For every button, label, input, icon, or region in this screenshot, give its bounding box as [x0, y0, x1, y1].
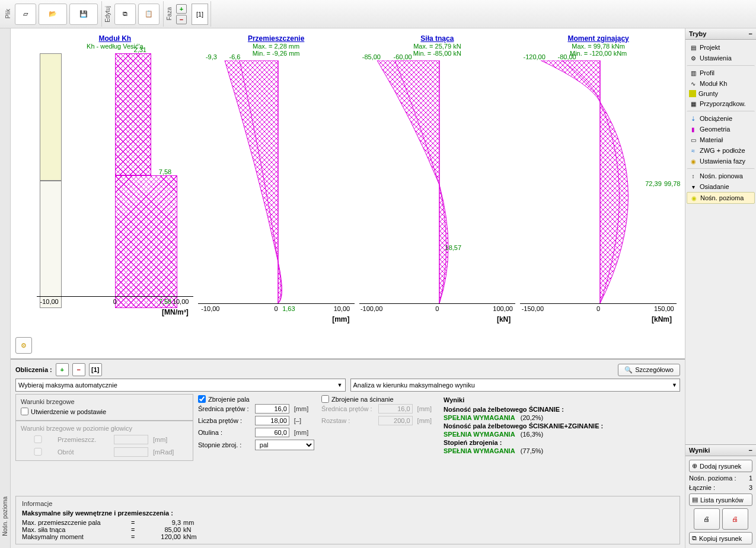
list-icon: ▤ — [692, 496, 698, 504]
file-group-label: Plik — [5, 9, 11, 18]
horizontal-capacity-icon: ◉ — [690, 194, 698, 202]
cover-input[interactable] — [255, 428, 289, 437]
settlement-icon: ▾ — [689, 182, 697, 191]
add-drawing-icon: ⊕ — [692, 462, 697, 470]
paste-button[interactable]: 📋 — [138, 4, 160, 25]
minimize-results-button[interactable]: − — [749, 447, 752, 454]
mode-nosn-pionowa[interactable]: ↕Nośn. pionowa — [687, 168, 755, 181]
minimize-modes-button[interactable]: − — [749, 30, 752, 37]
displacement-curve — [198, 60, 355, 315]
chevron-down-icon: ▼ — [337, 382, 343, 388]
water-icon: ≈ — [689, 146, 697, 155]
fix-base-checkbox[interactable] — [21, 408, 28, 415]
modulus-icon: ∿ — [689, 79, 697, 88]
printer-icon: 🖨 — [703, 515, 710, 523]
chevron-down-icon: ▼ — [672, 382, 677, 388]
settings-gear-button[interactable]: ⚙ — [15, 337, 32, 354]
new-file-button[interactable]: ▱ — [15, 4, 36, 25]
print-button[interactable]: 🖨 — [694, 508, 720, 530]
new-file-icon: ▱ — [23, 10, 28, 18]
pile-reinforcement-checkbox[interactable] — [198, 395, 206, 403]
mode-modul-kh[interactable]: ∿Moduł Kh — [687, 78, 755, 89]
chart-title: Moduł Kh — [37, 34, 193, 43]
soil-icon — [689, 90, 696, 97]
modes-tree: ▤Projekt ⚙Ustawienia ▥Profil ∿Moduł Kh G… — [685, 40, 756, 444]
chart-area: ⚙ Moduł Kh Kh - według Vesić'a 2,31 7,58… — [11, 28, 685, 358]
rotation-input — [114, 447, 148, 457]
phase-indicator[interactable]: [1] — [192, 4, 208, 25]
save-file-button[interactable]: 💾 — [69, 4, 98, 25]
displacement-checkbox — [21, 435, 55, 443]
mode-osiadanie[interactable]: ▾Osiadanie — [687, 181, 755, 192]
shear-diameter-input — [378, 404, 413, 414]
bar-diameter-input[interactable] — [255, 404, 289, 414]
paste-icon: 📋 — [145, 10, 153, 18]
shear-curve — [359, 60, 516, 315]
add-phase-button[interactable]: + — [176, 4, 187, 14]
bar-number-input[interactable] — [255, 416, 289, 425]
open-file-button[interactable]: 📂 — [39, 4, 67, 25]
copy-icon: ⧉ — [123, 10, 127, 18]
chart-subtitle: Kh - według Vesić'a — [37, 43, 193, 50]
mode-material[interactable]: ▭Materiał — [687, 134, 755, 145]
phase-settings-icon: ◉ — [689, 157, 697, 165]
material-icon: ▭ — [689, 136, 697, 144]
chart-displacement: Przemieszczenie Max. = 2,28 mm Min. = -9… — [198, 34, 355, 358]
results-panel-header: Wyniki − — [685, 445, 756, 456]
chart-moment: Moment zginający Max. = 99,78 kNm Min. =… — [520, 34, 677, 358]
load-icon: ⇣ — [689, 114, 697, 123]
edit-group-label: Edytuj — [104, 6, 111, 23]
assign-icon: ▦ — [689, 100, 697, 108]
mode-grunty[interactable]: Grunty — [687, 89, 755, 98]
mode-projekt[interactable]: ▤Projekt — [687, 42, 755, 53]
mode-profil[interactable]: ▥Profil — [687, 65, 755, 78]
axis-unit: [MN/m³] — [37, 308, 193, 316]
copy-drawing-button[interactable]: ⧉Kopiuj rysunek — [689, 532, 752, 544]
mode-geometria[interactable]: ▮Geometria — [687, 124, 755, 134]
calc-label: Obliczenia : — [15, 366, 52, 373]
mode-obciazenie[interactable]: ⇣Obciążenie — [687, 111, 755, 124]
save-disk-icon: 💾 — [79, 10, 88, 18]
maxima-dropdown[interactable]: Wybieraj maksyma automatycznie▼ — [15, 379, 346, 392]
details-icon: 🔍 — [624, 366, 633, 374]
open-folder-icon: 📂 — [49, 10, 57, 18]
details-button[interactable]: 🔍 Szczegółowo — [618, 364, 680, 376]
chart-modul-kh: Moduł Kh Kh - według Vesić'a 2,31 7,58 7… — [37, 34, 193, 358]
mode-ustawienia-fazy[interactable]: ◉Ustawienia fazy — [687, 156, 755, 166]
gear-icon: ⚙ — [21, 342, 27, 350]
calc-phase-button[interactable]: [1] — [89, 363, 102, 376]
rotation-checkbox — [21, 448, 55, 456]
shear-reinforcement-checkbox[interactable] — [321, 395, 329, 403]
copy-button[interactable]: ⧉ — [114, 4, 136, 25]
gear-icon: ⚙ — [689, 54, 697, 62]
geometry-icon: ▮ — [689, 125, 697, 133]
mode-ustawienia[interactable]: ⚙Ustawienia — [687, 53, 755, 63]
phase-group-label: Faza — [166, 7, 173, 20]
results-section: Wyniki Nośność pala żelbetowego ŚCINANIE… — [439, 394, 680, 493]
analysis-dropdown[interactable]: Analiza w kierunku maksymalnego wyniku▼ — [350, 379, 681, 392]
remove-phase-button[interactable]: − — [176, 15, 187, 24]
left-mode-label: Nośn. pozioma — [2, 496, 8, 536]
profile-icon: ▥ — [689, 69, 697, 77]
mode-nosn-pozioma[interactable]: ◉Nośn. pozioma — [687, 192, 755, 204]
vertical-capacity-icon: ↕ — [689, 172, 697, 180]
spacing-input — [378, 416, 413, 425]
copy-drawing-icon: ⧉ — [692, 534, 697, 542]
mode-zwg[interactable]: ≈ZWG + podłoże — [687, 145, 755, 156]
toolbar: Plik ▱ 📂 💾 Edytuj ⧉ 📋 Faza + − [1] — [0, 0, 756, 28]
bottom-panel: Obliczenia : + − [1] 🔍 Szczegółowo Wybie… — [11, 358, 685, 548]
drawing-list-button[interactable]: ▤Lista rysunków — [689, 493, 752, 506]
moment-curve — [520, 60, 677, 315]
printer-pdf-icon: 🖨 — [732, 515, 738, 523]
remove-calc-button[interactable]: − — [72, 363, 85, 376]
document-icon: ▤ — [689, 43, 697, 52]
displacement-input — [114, 435, 148, 444]
info-fieldset: Informacje Maksymalne siły wewnętrzne i … — [15, 496, 680, 544]
reinforcement-degree-select[interactable]: pal — [255, 440, 314, 450]
print-pdf-button[interactable]: 🖨 — [722, 508, 748, 530]
mode-przyporzadkow[interactable]: ▦Przyporządkow. — [687, 98, 755, 109]
add-calc-button[interactable]: + — [56, 363, 69, 376]
chart-shear: Siła tnąca Max. = 25,79 kN Min. = -85,00… — [359, 34, 516, 358]
add-drawing-button[interactable]: ⊕Dodaj rysunek — [689, 460, 752, 472]
right-panel: Tryby − ▤Projekt ⚙Ustawienia ▥Profil ∿Mo… — [685, 28, 756, 548]
